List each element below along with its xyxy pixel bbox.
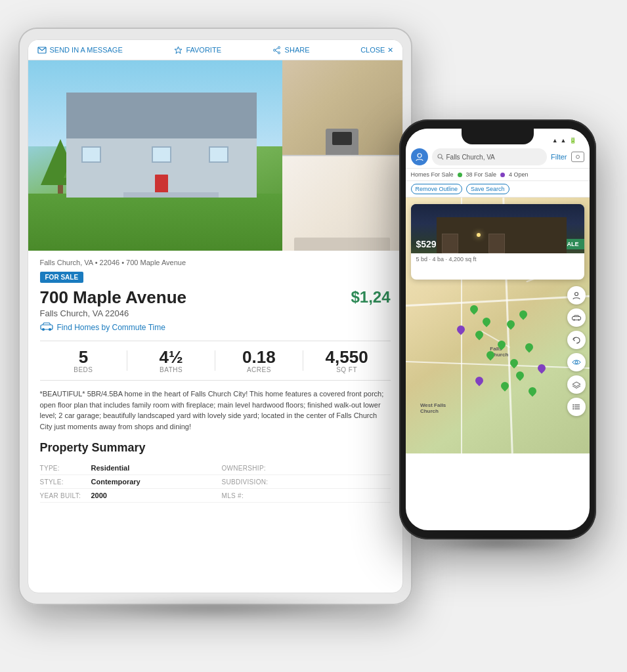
map-pin-11 <box>505 319 516 330</box>
phone-screen: ▲ ▲ 🔋 Falls Chu <box>406 129 590 530</box>
close-button[interactable]: CLOSE ✕ <box>360 46 393 54</box>
svg-marker-1 <box>175 47 182 54</box>
beds-value: 5 <box>40 348 127 367</box>
stats-row: 5 BEDS 4½ BATHS 0.18 ACRES 4, <box>40 341 391 381</box>
map-pin-10 <box>527 385 538 396</box>
list-sidebar-btn[interactable] <box>567 398 586 416</box>
car-icon <box>40 322 53 333</box>
stat-baths: 4½ BATHS <box>127 348 215 374</box>
side-photos <box>282 60 402 251</box>
map-pin-purple-3 <box>473 375 485 387</box>
map-pin-5 <box>485 350 496 361</box>
profile-icon[interactable] <box>411 148 428 165</box>
tablet-device: SEND IN A MESSAGE FAVORITE <box>18 28 412 605</box>
summary-row-year: YEAR BUILT: 2000 MLS #: <box>40 489 391 503</box>
summary-col-ownership: OWNERSHIP: <box>222 464 391 472</box>
beds-label: BEDS <box>40 366 127 373</box>
map-pin-12 <box>518 308 529 320</box>
svg-point-15 <box>573 319 574 320</box>
camera-icon[interactable] <box>571 152 584 162</box>
style-value: Contemporary <box>91 478 141 486</box>
tablet-topbar: SEND IN A MESSAGE FAVORITE <box>28 40 402 60</box>
svg-point-16 <box>578 319 579 320</box>
svg-rect-14 <box>572 316 580 320</box>
subdivision-label: SUBDIVISION: <box>222 478 269 486</box>
phone-sidebar-buttons <box>567 286 586 416</box>
svg-point-2 <box>278 47 280 49</box>
wifi-icon: ▲ <box>552 137 558 144</box>
svg-point-23 <box>573 408 574 410</box>
property-price: $1,24 <box>351 288 390 306</box>
close-x-icon: ✕ <box>387 46 393 54</box>
summary-col-year: YEAR BUILT: 2000 <box>40 492 209 499</box>
filter-button[interactable]: Filter <box>551 153 567 161</box>
undo-sidebar-btn[interactable] <box>567 331 586 349</box>
map-pin-2 <box>481 316 492 327</box>
stat-sqft: 4,550 SQ FT <box>303 348 391 374</box>
remove-outline-chip[interactable]: Remove Outline <box>411 184 463 194</box>
svg-point-22 <box>573 406 574 408</box>
for-sale-dot <box>458 173 462 177</box>
eye-sidebar-btn[interactable] <box>567 353 586 371</box>
summary-row-style: STYLE: Contemporary SUBDIVISION: <box>40 475 391 489</box>
svg-point-9 <box>49 328 51 331</box>
svg-point-11 <box>438 154 442 158</box>
phone-device: ▲ ▲ 🔋 Falls Chu <box>399 119 596 539</box>
ownership-label: OWNERSHIP: <box>222 465 268 472</box>
acres-label: ACRES <box>215 366 303 373</box>
phone-search-input[interactable]: Falls Church, VA <box>432 148 548 165</box>
svg-line-5 <box>275 51 278 52</box>
map-pin-1 <box>468 303 479 314</box>
property-location: Falls Church, VA • 22046 • 700 Maple Ave… <box>40 259 391 266</box>
map-pin-purple-1 <box>455 324 466 335</box>
open-count: 4 Open <box>509 171 529 178</box>
property-city: Falls Church, VA 22046 <box>40 308 391 318</box>
type-value: Residential <box>91 464 130 472</box>
map-pin-3 <box>473 329 485 340</box>
side-photo-interior-2[interactable] <box>282 156 402 251</box>
share-button[interactable]: SHARE <box>272 45 310 54</box>
svg-line-6 <box>275 48 278 50</box>
svg-point-4 <box>274 49 276 51</box>
baths-label: BATHS <box>127 366 215 373</box>
phone-searchbar: Falls Church, VA Filter <box>406 146 590 169</box>
phone-tabs-row: Homes For Sale 38 For Sale 4 Open <box>406 169 590 181</box>
svg-line-12 <box>441 158 443 160</box>
save-search-chip[interactable]: Save Search <box>466 184 509 194</box>
main-property-photo[interactable] <box>28 60 283 251</box>
car-sidebar-btn[interactable] <box>567 308 586 327</box>
svg-point-3 <box>278 52 280 54</box>
commute-link-text: Find Homes by Commute Time <box>57 323 165 332</box>
homes-for-sale-label: Homes For Sale <box>411 171 454 178</box>
phone-notch <box>462 129 534 144</box>
sqft-label: SQ FT <box>303 366 391 373</box>
open-dot <box>500 173 505 177</box>
summary-col-style: STYLE: Contemporary <box>40 478 209 486</box>
side-photo-interior-1[interactable] <box>282 60 402 155</box>
property-summary-title: Property Summary <box>40 441 391 455</box>
profile-sidebar-btn[interactable] <box>567 286 586 304</box>
tablet-photos <box>28 60 402 251</box>
scene: SEND IN A MESSAGE FAVORITE <box>18 14 609 658</box>
svg-point-21 <box>573 404 574 406</box>
stat-acres: 0.18 ACRES <box>215 348 303 374</box>
commute-link[interactable]: Find Homes by Commute Time <box>40 322 391 333</box>
send-message-button[interactable]: SEND IN A MESSAGE <box>37 45 123 54</box>
type-label: TYPE: <box>40 465 86 472</box>
map-pin-8 <box>514 370 525 381</box>
property-description: *BEAUTIFUL* 5BR/4.5BA home in the heart … <box>40 388 391 432</box>
layers-sidebar-btn[interactable] <box>567 375 586 394</box>
battery-icon: 🔋 <box>569 137 576 144</box>
favorite-button[interactable]: FAVORITE <box>173 45 221 54</box>
for-sale-count: 38 For Sale <box>466 171 497 178</box>
map-pin-7 <box>523 342 534 353</box>
summary-row-type: TYPE: Residential OWNERSHIP: <box>40 461 391 475</box>
map-pin-4 <box>496 339 507 350</box>
year-value: 2000 <box>91 492 107 499</box>
share-icon <box>272 45 282 54</box>
map-pin-6 <box>509 357 520 368</box>
property-address: 700 Maple Avenue <box>40 288 187 307</box>
tablet-screen: SEND IN A MESSAGE FAVORITE <box>28 39 403 593</box>
phone-map[interactable]: FallsChurch West FallsChurch <box>406 198 590 453</box>
svg-point-13 <box>574 293 578 296</box>
